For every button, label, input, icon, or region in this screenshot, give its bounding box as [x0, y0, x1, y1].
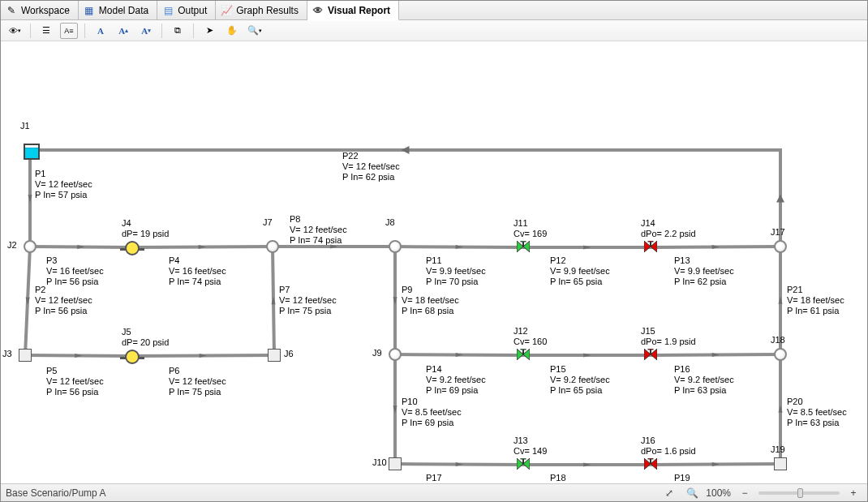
zoom-out-button[interactable]: −	[736, 485, 754, 501]
diagram-canvas[interactable]: J1J2J3J4 dP= 19 psidJ5 dP= 20 psidJ6J7J8…	[1, 41, 867, 483]
pipe-label: P3 V= 16 feet/sec P In= 56 psia	[46, 255, 104, 287]
junction-label: J6	[284, 349, 294, 359]
pipe-label: P8 V= 12 feet/sec P In= 74 psia	[290, 214, 347, 246]
pipe-label: P13 V= 9.9 feet/sec P In= 62 psia	[674, 255, 734, 287]
pipe-label: P22 V= 12 feet/sec P In= 62 psia	[342, 151, 400, 182]
tab-label: Visual Report	[328, 5, 390, 16]
junction-label: J15 dPo= 1.9 psid	[641, 326, 696, 347]
tab-graph-results[interactable]: 📈 Graph Results	[216, 1, 307, 19]
pipe-label: P10 V= 8.5 feet/sec P In= 69 psia	[402, 397, 462, 428]
output-icon: ▤	[162, 5, 174, 16]
junction-label: J4 dP= 19 psid	[122, 218, 169, 239]
pipe-label: P19 V= 8.5 feet/sec P In= 63 psia	[674, 473, 734, 483]
font-a-icon[interactable]: A	[92, 23, 110, 39]
pipe-label: P5 V= 12 feet/sec P In= 56 psia	[46, 366, 104, 397]
tab-workspace[interactable]: ✎ Workspace	[1, 1, 79, 19]
list-view-icon[interactable]: ☰	[37, 23, 55, 39]
junction-label: J11 Cv= 169	[513, 218, 547, 239]
tab-label: Output	[178, 5, 207, 16]
zoom-in-button[interactable]: +	[844, 485, 862, 501]
pipe-label: P17 V= 8.5 feet/sec P In= 69 psia	[426, 473, 486, 483]
tab-model-data[interactable]: ▦ Model Data	[79, 1, 157, 19]
zoom-fit-icon[interactable]: ⤢	[660, 485, 678, 501]
pointer-icon[interactable]: ➤	[200, 23, 218, 39]
copy-icon[interactable]: ⧉	[169, 23, 187, 39]
model-data-icon: ▦	[84, 5, 95, 16]
tab-label: Graph Results	[236, 5, 299, 16]
pipe-label: P12 V= 9.9 feet/sec P In= 65 psia	[550, 255, 610, 287]
zoom-controls: ⤢ 🔍 100% − +	[660, 485, 862, 501]
status-bar: Base Scenario/Pump A ⤢ 🔍 100% − +	[1, 483, 867, 501]
zoom-slider[interactable]	[758, 491, 840, 495]
toolbar: 👁▾ ☰ A≡ A A▴ A▾ ⧉ ➤ ✋ 🔍▾	[1, 20, 867, 41]
pipe-label: P11 V= 9.9 feet/sec P In= 70 psia	[426, 255, 486, 287]
junction-label: J5 dP= 20 psid	[122, 327, 169, 348]
zoom-value: 100%	[706, 487, 731, 499]
font-minus-icon[interactable]: A▾	[137, 23, 155, 39]
eye-icon[interactable]: 👁▾	[6, 23, 24, 39]
zoom-slider-thumb[interactable]	[797, 488, 803, 498]
pan-icon[interactable]: ✋	[223, 23, 241, 39]
pipe-label: P2 V= 12 feet/sec P In= 56 psia	[35, 285, 92, 316]
font-plus-icon[interactable]: A▴	[114, 23, 132, 39]
junction-label: J12 Cv= 160	[513, 326, 547, 347]
separator	[30, 24, 31, 38]
workspace-icon: ✎	[6, 5, 17, 16]
separator	[84, 24, 85, 38]
text-note-icon[interactable]: A≡	[60, 23, 78, 39]
pipe-label: P16 V= 9.2 feet/sec P In= 63 psia	[674, 364, 734, 396]
pipe-label: P4 V= 16 feet/sec P In= 74 psia	[169, 255, 226, 287]
junction-label: J9	[372, 348, 382, 358]
zoom-magnifier-icon[interactable]: 🔍	[683, 485, 701, 501]
tab-bar: ✎ Workspace ▦ Model Data ▤ Output 📈 Grap…	[1, 1, 867, 20]
pipe-label: P15 V= 9.2 feet/sec P In= 65 psia	[550, 364, 610, 396]
pipe-label: P18 V= 8.5 feet/sec P In= 65 psia	[550, 473, 610, 483]
junction-label: J2	[7, 240, 17, 251]
junction-label: J19	[771, 444, 785, 455]
tab-output[interactable]: ▤ Output	[157, 1, 216, 19]
junction-label: J13 Cv= 149	[513, 435, 547, 457]
junction-label: J14 dPo= 2.2 psid	[641, 218, 696, 239]
visual-report-icon: 👁	[312, 5, 324, 16]
zoom-dropdown-icon[interactable]: 🔍▾	[246, 23, 264, 39]
junction-label: J1	[20, 121, 30, 131]
tab-visual-report[interactable]: 👁 Visual Report	[307, 1, 399, 20]
graph-icon: 📈	[221, 5, 232, 16]
junction-label: J10	[372, 457, 387, 468]
tab-label: Workspace	[21, 5, 70, 16]
junction-label: J16 dPo= 1.6 psid	[641, 435, 696, 457]
junction-label: J7	[263, 217, 273, 228]
separator	[161, 24, 162, 38]
pipe-label: P6 V= 12 feet/sec P In= 75 psia	[169, 366, 226, 397]
separator	[193, 24, 194, 38]
junction-label: J18	[771, 335, 785, 345]
app-window: ✎ Workspace ▦ Model Data ▤ Output 📈 Grap…	[0, 0, 868, 502]
tab-label: Model Data	[99, 5, 148, 16]
pipe-label: P7 V= 12 feet/sec P In= 75 psia	[279, 285, 337, 316]
junction-label: J3	[2, 349, 12, 359]
pipe-label: P9 V= 18 feet/sec P In= 68 psia	[402, 285, 459, 316]
scenario-path: Base Scenario/Pump A	[6, 487, 105, 499]
junction-label: J8	[385, 217, 395, 228]
labels-layer: J1J2J3J4 dP= 19 psidJ5 dP= 20 psidJ6J7J8…	[1, 41, 867, 483]
junction-label: J17	[771, 227, 785, 238]
pipe-label: P14 V= 9.2 feet/sec P In= 69 psia	[426, 364, 486, 396]
pipe-label: P20 V= 8.5 feet/sec P In= 63 psia	[787, 397, 847, 428]
pipe-label: P21 V= 18 feet/sec P In= 61 psia	[787, 285, 844, 316]
pipe-label: P1 V= 12 feet/sec P In= 57 psia	[35, 169, 92, 200]
